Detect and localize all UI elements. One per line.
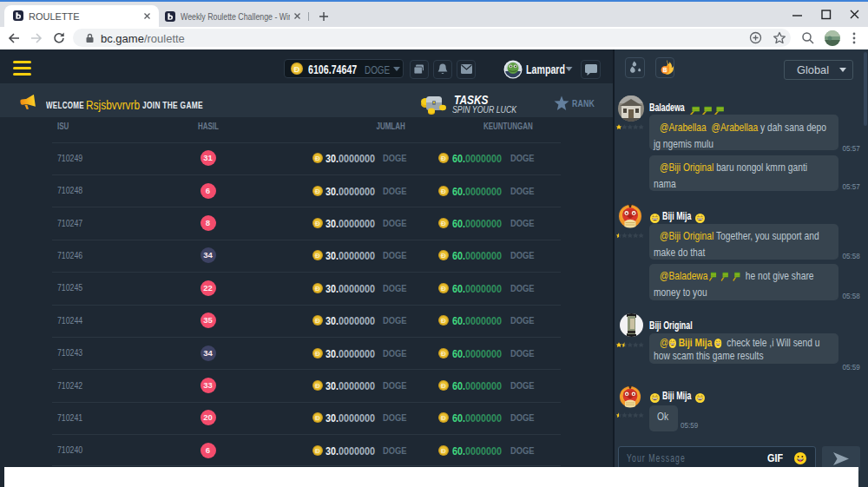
svg-text:Đ: Đ (315, 382, 320, 390)
svg-text:Đ: Đ (441, 447, 446, 455)
svg-text:Đ: Đ (315, 285, 320, 293)
svg-text:Đ: Đ (294, 64, 300, 74)
svg-text:Đ: Đ (441, 188, 446, 195)
svg-text:Đ: Đ (441, 252, 446, 260)
svg-text:Đ: Đ (315, 252, 320, 260)
svg-text:Đ: Đ (441, 155, 446, 162)
svg-text:B: B (663, 67, 667, 73)
svg-text:Đ: Đ (315, 155, 320, 162)
svg-text:Đ: Đ (441, 382, 446, 390)
svg-text:Đ: Đ (315, 447, 320, 455)
svg-text:Đ: Đ (315, 317, 320, 325)
svg-text:Đ: Đ (315, 220, 320, 227)
svg-text:Đ: Đ (441, 317, 446, 325)
svg-text:Đ: Đ (441, 414, 446, 422)
svg-text:Đ: Đ (441, 220, 446, 227)
svg-text:Đ: Đ (315, 414, 320, 422)
svg-text:Đ: Đ (441, 350, 446, 358)
svg-text:Đ: Đ (315, 350, 320, 358)
svg-text:Đ: Đ (441, 285, 446, 293)
svg-text:Đ: Đ (315, 188, 320, 195)
